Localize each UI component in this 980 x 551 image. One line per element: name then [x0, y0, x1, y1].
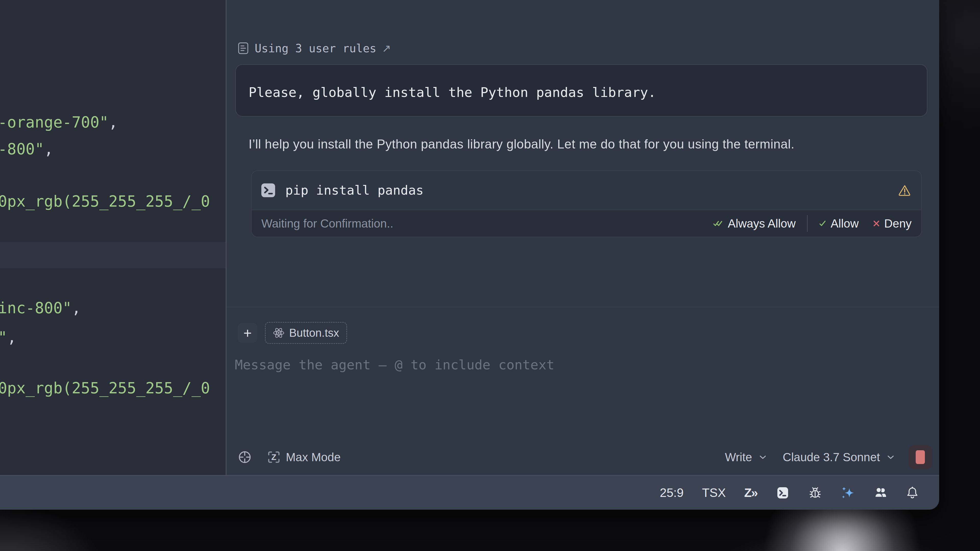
- debug-icon[interactable]: [808, 486, 822, 500]
- z-chevrons-icon[interactable]: Z»: [744, 486, 757, 500]
- code-punct: ,: [7, 328, 16, 346]
- cursor-position[interactable]: 25:9: [660, 486, 683, 500]
- max-mode-icon: Z: [267, 450, 281, 464]
- code-line: ",: [0, 329, 16, 345]
- message-input[interactable]: Message the agent — @ to include context: [235, 357, 554, 372]
- deny-button[interactable]: Deny: [873, 217, 912, 230]
- input-area-divider: [227, 306, 939, 307]
- confirmation-row: Waiting for Confirmation.. Always Allow: [251, 210, 921, 237]
- chevron-down-icon: [887, 454, 894, 460]
- max-mode-toggle[interactable]: Z Max Mode: [267, 450, 341, 464]
- globe-icon[interactable]: [238, 450, 251, 464]
- add-context-button[interactable]: +: [238, 323, 257, 343]
- svg-text:Z: Z: [271, 453, 277, 462]
- code-editor-pane[interactable]: -orange-700", -800", 0px_rgb(255_255_255…: [0, 0, 226, 475]
- waiting-status-text: Waiting for Confirmation..: [261, 217, 393, 230]
- allow-button[interactable]: Allow: [819, 217, 859, 230]
- terminal-command-card: pip install pandas Waiting for Confirmat…: [251, 170, 922, 237]
- stop-generation-button[interactable]: [908, 445, 932, 469]
- status-bar: 25:9 TSX Z»: [0, 475, 939, 510]
- always-allow-label: Always Allow: [728, 217, 796, 230]
- agent-chat-panel: Using 3 user rules ↗ Please, globally in…: [227, 0, 939, 475]
- context-file-label: Button.tsx: [289, 327, 339, 339]
- allow-label: Allow: [831, 217, 859, 230]
- code-string: -800": [0, 140, 44, 158]
- code-line: 0px_rgb(255_255_255_/_0: [0, 193, 210, 209]
- x-icon: [873, 220, 880, 227]
- max-mode-label: Max Mode: [286, 450, 341, 464]
- code-line: inc-800",: [0, 300, 81, 316]
- deny-label: Deny: [884, 217, 912, 230]
- user-rules-doc-icon: [237, 41, 249, 55]
- code-string: inc-800": [0, 299, 72, 317]
- composer-controls: Z Max Mode Write Claud: [238, 442, 932, 472]
- stop-icon: [916, 450, 925, 464]
- check-icon: [819, 220, 826, 227]
- user-rules-link[interactable]: Using 3 user rules ↗: [237, 41, 391, 56]
- chevron-down-icon: [759, 454, 767, 460]
- model-dropdown[interactable]: Claude 3.7 Sonnet: [783, 450, 894, 464]
- bell-icon[interactable]: [906, 486, 919, 500]
- assistant-message-text: I’ll help you install the Python pandas …: [248, 136, 917, 152]
- model-label: Claude 3.7 Sonnet: [783, 450, 880, 464]
- code-string: -orange-700": [0, 113, 108, 131]
- react-icon: [273, 327, 285, 339]
- sparkles-icon[interactable]: [841, 486, 855, 500]
- mode-dropdown[interactable]: Write: [725, 450, 767, 464]
- code-line: -800",: [0, 141, 53, 157]
- code-string: 0px_rgb(255_255_255_/_0: [0, 192, 210, 210]
- terminal-icon: [261, 183, 275, 197]
- code-punct: ,: [108, 113, 118, 131]
- warning-icon: [898, 184, 912, 197]
- button-separator: [807, 215, 808, 232]
- code-punct: ,: [44, 140, 53, 158]
- plus-icon: +: [243, 325, 252, 341]
- terminal-status-icon[interactable]: [776, 486, 790, 500]
- user-message-bubble[interactable]: Please, globally install the Python pand…: [235, 64, 928, 117]
- code-punct: ,: [72, 299, 81, 317]
- highlighted-line-band: [0, 242, 226, 268]
- accounts-icon[interactable]: [873, 486, 888, 500]
- code-string: ": [0, 328, 7, 346]
- double-check-icon: [713, 220, 723, 227]
- language-mode[interactable]: TSX: [702, 486, 726, 500]
- desktop: -orange-700", -800", 0px_rgb(255_255_255…: [0, 0, 980, 551]
- command-row[interactable]: pip install pandas: [251, 171, 921, 210]
- command-text: pip install pandas: [285, 183, 888, 198]
- context-file-chip[interactable]: Button.tsx: [265, 322, 347, 344]
- code-line: -orange-700",: [0, 114, 118, 130]
- mode-label: Write: [725, 450, 752, 464]
- code-string: 0px_rgb(255_255_255_/_0: [0, 379, 210, 397]
- user-rules-label: Using 3 user rules: [255, 42, 376, 55]
- always-allow-button[interactable]: Always Allow: [713, 217, 796, 230]
- arrow-up-right-icon: ↗: [382, 42, 391, 55]
- code-line: 0px_rgb(255_255_255_/_0: [0, 380, 210, 396]
- user-message-text: Please, globally install the Python pand…: [248, 85, 914, 100]
- ide-window: -orange-700", -800", 0px_rgb(255_255_255…: [0, 0, 939, 510]
